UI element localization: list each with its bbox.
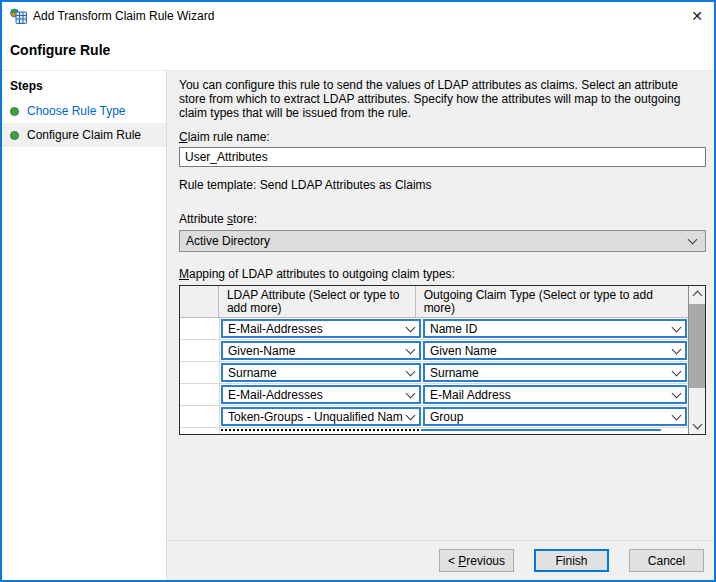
ldap-attribute-select[interactable]: Surname <box>221 363 421 382</box>
new-outgoing-claim-cell[interactable] <box>421 429 661 435</box>
claim-cell: Group <box>422 406 688 427</box>
scrollbar-track[interactable] <box>689 302 705 418</box>
claim-cell: E-Mail Address <box>422 384 688 405</box>
rule-template-text: Rule template: Send LDAP Attributes as C… <box>179 178 703 192</box>
steps-sidebar: Steps Choose Rule Type Configure Claim R… <box>2 71 167 580</box>
chevron-down-icon <box>406 410 416 420</box>
row-selector-header <box>180 286 219 317</box>
attribute-store-label: Attribute store: <box>179 212 703 226</box>
sidebar-item-choose-rule-type[interactable]: Choose Rule Type <box>2 99 166 123</box>
claim-cell: Name ID <box>422 318 688 339</box>
ldap-attribute-select[interactable]: E-Mail-Addresses <box>221 319 421 338</box>
ldap-cell: E-Mail-Addresses <box>220 318 422 339</box>
ldap-attribute-select[interactable]: E-Mail-Addresses <box>221 385 421 404</box>
ldap-attribute-select[interactable]: Given-Name <box>221 341 421 360</box>
claim-rule-name-input[interactable] <box>179 147 706 167</box>
row-selector[interactable] <box>180 384 220 405</box>
ldap-cell: E-Mail-Addresses <box>220 384 422 405</box>
step-complete-bullet-icon <box>10 131 19 140</box>
table-row: Given-NameGiven Name <box>180 340 688 362</box>
wizard-button-bar: < Previous Finish Cancel <box>167 540 714 580</box>
chevron-down-icon <box>406 366 416 376</box>
table-row: E-Mail-AddressesE-Mail Address <box>180 384 688 406</box>
outgoing-claim-select[interactable]: Surname <box>423 363 687 382</box>
claim-rule-name-label: Claim rule name: <box>179 130 703 144</box>
ldap-attribute-select-value: Token-Groups - Unqualified Names <box>228 410 403 424</box>
chevron-down-icon <box>406 322 416 332</box>
ldap-attribute-select-value: E-Mail-Addresses <box>228 322 403 336</box>
add-transform-claim-rule-wizard-window: Add Transform Claim Rule Wizard ✕ Config… <box>0 0 716 582</box>
page-description: You can configure this rule to send the … <box>179 78 701 120</box>
wizard-page-heading-band: Configure Rule <box>2 30 714 71</box>
scroll-up-button[interactable] <box>689 286 705 302</box>
chevron-down-icon <box>688 235 698 245</box>
title-bar: Add Transform Claim Rule Wizard ✕ <box>2 2 714 30</box>
outgoing-claim-select[interactable]: Group <box>423 407 687 426</box>
new-ldap-attribute-cell[interactable] <box>221 429 419 435</box>
outgoing-claim-column-header[interactable]: Outgoing Claim Type (Select or type to a… <box>416 286 688 317</box>
step-label: Choose Rule Type <box>27 104 126 118</box>
outgoing-claim-select-value: Name ID <box>430 322 669 336</box>
claim-cell: Given Name <box>422 340 688 361</box>
scroll-down-button[interactable] <box>689 418 705 434</box>
claim-cell: Surname <box>422 362 688 383</box>
outgoing-claim-select-value: Given Name <box>430 344 669 358</box>
chevron-down-icon <box>672 322 682 332</box>
ldap-attribute-select-value: E-Mail-Addresses <box>228 388 403 402</box>
row-selector[interactable] <box>180 428 220 435</box>
finish-button[interactable]: Finish <box>534 549 609 572</box>
chevron-down-icon <box>672 344 682 354</box>
claim-rule-wizard-icon <box>10 8 27 24</box>
attribute-store-select[interactable]: Active Directory <box>179 230 706 252</box>
cancel-button[interactable]: Cancel <box>629 549 704 572</box>
ldap-cell: Token-Groups - Unqualified Names <box>220 406 422 427</box>
table-vertical-scrollbar[interactable] <box>688 286 705 434</box>
outgoing-claim-select[interactable]: Given Name <box>423 341 687 360</box>
mapping-rows: E-Mail-AddressesName IDGiven-NameGiven N… <box>180 318 688 428</box>
table-header-row: LDAP Attribute (Select or type to add mo… <box>180 286 688 318</box>
new-mapping-row[interactable] <box>180 428 688 435</box>
ldap-attribute-select[interactable]: Token-Groups - Unqualified Names <box>221 407 421 426</box>
chevron-down-icon <box>406 344 416 354</box>
table-row: Token-Groups - Unqualified NamesGroup <box>180 406 688 428</box>
window-title: Add Transform Claim Rule Wizard <box>33 9 214 23</box>
chevron-down-icon <box>672 366 682 376</box>
close-button[interactable]: ✕ <box>680 2 714 30</box>
table-row: SurnameSurname <box>180 362 688 384</box>
chevron-down-icon <box>672 388 682 398</box>
page-title: Configure Rule <box>10 42 714 58</box>
chevron-down-icon <box>672 410 682 420</box>
row-selector[interactable] <box>180 340 220 361</box>
ldap-attribute-select-value: Surname <box>228 366 403 380</box>
outgoing-claim-select[interactable]: Name ID <box>423 319 687 338</box>
chevron-up-icon <box>693 291 703 301</box>
step-label: Configure Claim Rule <box>27 128 141 142</box>
configure-rule-content: You can configure this rule to send the … <box>167 71 714 540</box>
mapping-table-label: Mapping of LDAP attributes to outgoing c… <box>179 267 703 281</box>
row-selector[interactable] <box>180 406 220 427</box>
outgoing-claim-select-value: Group <box>430 410 669 424</box>
ldap-attribute-select-value: Given-Name <box>228 344 403 358</box>
outgoing-claim-select-value: E-Mail Address <box>430 388 669 402</box>
row-selector[interactable] <box>180 362 220 383</box>
chevron-down-icon <box>693 420 703 430</box>
step-complete-bullet-icon <box>10 107 19 116</box>
row-selector[interactable] <box>180 318 220 339</box>
ldap-attribute-column-header[interactable]: LDAP Attribute (Select or type to add mo… <box>219 286 416 317</box>
ldap-cell: Given-Name <box>220 340 422 361</box>
outgoing-claim-select[interactable]: E-Mail Address <box>423 385 687 404</box>
sidebar-item-configure-claim-rule[interactable]: Configure Claim Rule <box>2 123 166 147</box>
ldap-cell: Surname <box>220 362 422 383</box>
chevron-down-icon <box>406 388 416 398</box>
attribute-store-value: Active Directory <box>186 234 685 248</box>
table-row: E-Mail-AddressesName ID <box>180 318 688 340</box>
previous-button[interactable]: < Previous <box>439 549 514 572</box>
steps-header: Steps <box>2 71 166 99</box>
ldap-mapping-table: LDAP Attribute (Select or type to add mo… <box>179 285 706 435</box>
scrollbar-thumb[interactable] <box>689 304 705 388</box>
outgoing-claim-select-value: Surname <box>430 366 669 380</box>
